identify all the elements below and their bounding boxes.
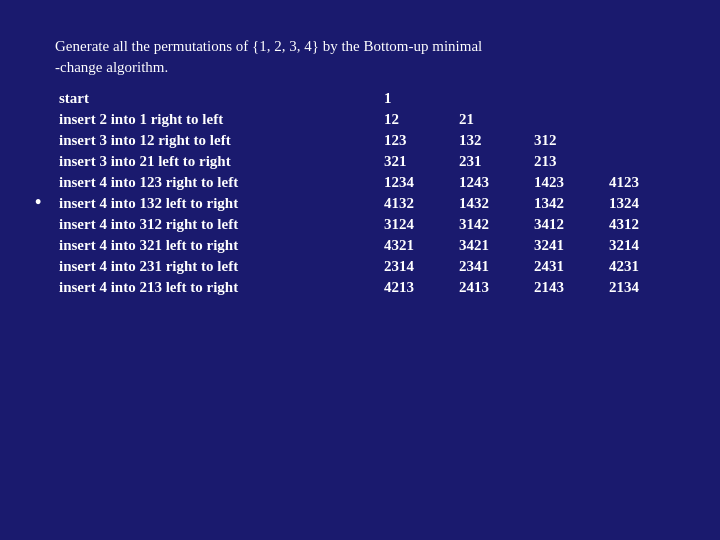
row-label: •insert 4 into 132 left to right: [55, 193, 380, 214]
row-number: 4312: [605, 214, 680, 235]
row-number: 2314: [380, 256, 455, 277]
table-row: insert 4 into 321 left to right432134213…: [55, 235, 680, 256]
row-number: 21: [455, 109, 530, 130]
row-label: insert 2 into 1 right to left: [55, 109, 380, 130]
row-number: 123: [380, 130, 455, 151]
row-label: insert 4 into 123 right to left: [55, 172, 380, 193]
row-number: 231: [455, 151, 530, 172]
row-number: 4321: [380, 235, 455, 256]
row-label: start: [55, 88, 380, 109]
row-number: 2341: [455, 256, 530, 277]
table-row: insert 4 into 213 left to right421324132…: [55, 277, 680, 298]
row-label: insert 4 into 213 left to right: [55, 277, 380, 298]
row-number: 2413: [455, 277, 530, 298]
row-number: 312: [530, 130, 605, 151]
row-number: 3421: [455, 235, 530, 256]
row-number: 3241: [530, 235, 605, 256]
row-number: 4213: [380, 277, 455, 298]
table-row: start1: [55, 88, 680, 109]
row-number: 2143: [530, 277, 605, 298]
row-number: 4123: [605, 172, 680, 193]
row-number: 2134: [605, 277, 680, 298]
table-row: insert 4 into 312 right to left312431423…: [55, 214, 680, 235]
page: Generate all the permutations of {1, 2, …: [0, 0, 720, 540]
table-row: insert 3 into 21 left to right321231213: [55, 151, 680, 172]
table-row: insert 2 into 1 right to left1221: [55, 109, 680, 130]
row-number: 213: [530, 151, 605, 172]
permutations-table: start1insert 2 into 1 right to left1221i…: [55, 88, 680, 298]
row-number: 4231: [605, 256, 680, 277]
row-number: 1342: [530, 193, 605, 214]
row-number: 2431: [530, 256, 605, 277]
table-row: •insert 4 into 132 left to right41321432…: [55, 193, 680, 214]
row-number: 12: [380, 109, 455, 130]
row-number: 3124: [380, 214, 455, 235]
problem-text: Generate all the permutations of {1, 2, …: [55, 36, 680, 78]
row-label: insert 4 into 231 right to left: [55, 256, 380, 277]
row-number: 1423: [530, 172, 605, 193]
row-number: 1234: [380, 172, 455, 193]
row-number: 1: [380, 88, 455, 109]
table-row: insert 4 into 231 right to left231423412…: [55, 256, 680, 277]
row-number: 1243: [455, 172, 530, 193]
row-label: insert 3 into 12 right to left: [55, 130, 380, 151]
row-number: 3214: [605, 235, 680, 256]
row-label: insert 4 into 321 left to right: [55, 235, 380, 256]
row-number: 321: [380, 151, 455, 172]
row-number: 3412: [530, 214, 605, 235]
row-number: 1324: [605, 193, 680, 214]
table-row: insert 4 into 123 right to left123412431…: [55, 172, 680, 193]
row-number: 132: [455, 130, 530, 151]
row-number: 1432: [455, 193, 530, 214]
row-number: 3142: [455, 214, 530, 235]
row-label: insert 3 into 21 left to right: [55, 151, 380, 172]
table-row: insert 3 into 12 right to left123132312: [55, 130, 680, 151]
row-label: insert 4 into 312 right to left: [55, 214, 380, 235]
row-number: 4132: [380, 193, 455, 214]
